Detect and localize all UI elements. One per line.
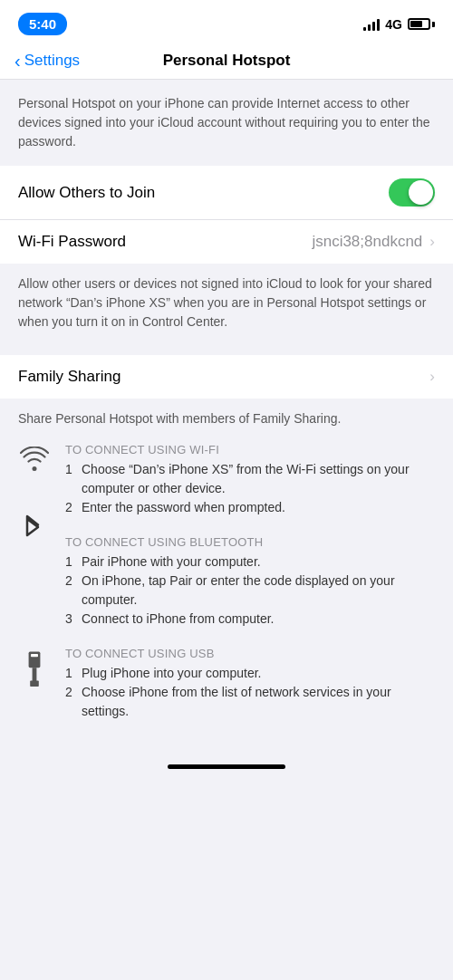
connect-usb-content: TO CONNECT USING USB 1 Plug iPhone into … [65,647,435,721]
svg-rect-1 [31,654,38,657]
bt-step-1: 1 Pair iPhone with your computer. [65,552,435,572]
bt-step-3: 3 Connect to iPhone from computer. [65,610,435,629]
page-title: Personal Hotspot [163,52,291,70]
info-section-secondary: Allow other users or devices not signed … [0,264,453,346]
instructions-section: Share Personal Hotspot with members of F… [0,399,453,754]
bluetooth-heading: TO CONNECT USING BLUETOOTH [65,535,435,549]
connect-wifi-content: TO CONNECT USING WI-FI 1 Choose “Dan’s i… [65,443,435,517]
svg-rect-3 [30,681,39,687]
section-gap-1 [0,346,453,355]
allow-others-label: Allow Others to Join [18,184,155,202]
usb-heading: TO CONNECT USING USB [65,647,435,660]
connect-usb-block: TO CONNECT USING USB 1 Plug iPhone into … [18,647,435,721]
status-time: 5:40 [18,13,67,35]
wifi-password-row[interactable]: Wi-Fi Password jsnci38;8ndkcnd › [0,219,453,264]
network-type: 4G [385,17,402,32]
connect-bluetooth-content: TO CONNECT USING BLUETOOTH 1 Pair iPhone… [65,535,435,629]
status-icons: 4G [363,17,435,32]
wifi-heading: TO CONNECT USING WI-FI [65,443,435,456]
info-text-top: Personal Hotspot on your iPhone can prov… [18,94,435,151]
signal-icon [363,18,380,31]
status-bar: 5:40 4G [0,0,453,43]
family-sharing-chevron-icon: › [429,368,435,386]
usb-step-2: 2 Choose iPhone from the list of network… [65,683,435,721]
wifi-password-label: Wi-Fi Password [18,233,126,251]
wifi-password-value-container: jsnci38;8ndkcnd › [312,233,435,251]
allow-others-row: Allow Others to Join [0,166,453,219]
usb-step-1: 1 Plug iPhone into your computer. [65,664,435,683]
wifi-step-2: 2 Enter the password when prompted. [65,498,435,517]
info-section-top: Personal Hotspot on your iPhone can prov… [0,80,453,166]
connect-bluetooth-block: TO CONNECT USING BLUETOOTH 1 Pair iPhone… [18,535,435,629]
usb-icon [18,647,51,721]
secondary-info-text: Allow other users or devices not signed … [18,274,435,331]
back-button[interactable]: ‹ Settings [14,52,80,70]
family-sharing-description: Share Personal Hotspot with members of F… [18,409,435,428]
chevron-left-icon: ‹ [14,52,21,70]
toggle-knob [409,180,433,205]
svg-rect-2 [33,668,37,682]
nav-bar: ‹ Settings Personal Hotspot [0,43,453,80]
chevron-right-icon: › [429,233,435,251]
wifi-icon [18,443,51,517]
battery-icon [408,18,435,30]
home-indicator [0,754,453,776]
family-sharing-label: Family Sharing [18,368,120,386]
family-sharing-row[interactable]: Family Sharing › [0,355,453,399]
bluetooth-icon [18,535,51,629]
connect-wifi-block: TO CONNECT USING WI-FI 1 Choose “Dan’s i… [18,443,435,517]
settings-card: Allow Others to Join Wi-Fi Password jsnc… [0,166,453,264]
wifi-password-value: jsnci38;8ndkcnd [312,233,422,251]
home-bar [168,764,285,769]
back-label: Settings [24,52,80,70]
family-sharing-card: Family Sharing › [0,355,453,399]
content: Personal Hotspot on your iPhone can prov… [0,80,453,754]
wifi-step-1: 1 Choose “Dan’s iPhone XS” from the Wi-F… [65,460,435,498]
bt-step-2: 2 On iPhone, tap Pair or enter the code … [65,572,435,610]
allow-others-toggle[interactable] [389,178,435,207]
